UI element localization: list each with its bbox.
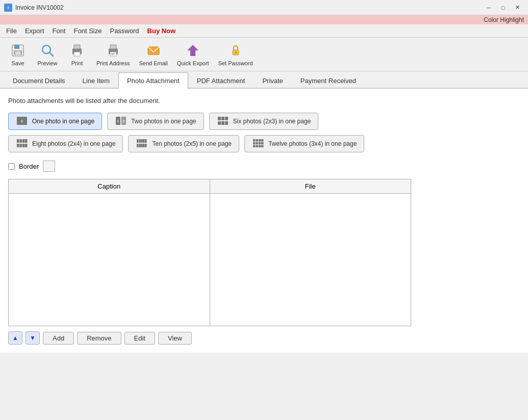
layout-six-photos[interactable]: Six photos (2x3) in one page (209, 113, 319, 130)
svg-rect-61 (261, 145, 264, 148)
window-controls: ─ □ ✕ (482, 3, 524, 13)
layout-icon-3x4 (252, 139, 264, 149)
tab-payment-received[interactable]: Payment Received (292, 72, 365, 89)
svg-rect-57 (261, 142, 264, 145)
print-address-button[interactable]: Print Address (93, 40, 133, 69)
layout-icon-1x2: 1 2 (115, 116, 127, 126)
send-email-label: Send Email (139, 60, 167, 66)
set-password-button[interactable]: Set Password (215, 40, 257, 69)
svg-point-13 (115, 50, 117, 51)
table-cell-caption (9, 194, 210, 326)
send-email-button[interactable]: Send Email (135, 40, 171, 69)
layout-one-photo[interactable]: 1 One photo in one page (8, 113, 102, 130)
layout-icon-2x5 (136, 139, 148, 149)
svg-rect-52 (259, 139, 261, 142)
svg-rect-7 (74, 45, 80, 49)
photo-table: Caption File (8, 179, 411, 326)
svg-rect-36 (17, 144, 19, 147)
svg-rect-38 (22, 144, 25, 147)
svg-rect-32 (17, 139, 19, 143)
svg-rect-8 (74, 52, 80, 56)
set-password-label: Set Password (218, 60, 253, 66)
svg-rect-1 (14, 45, 19, 49)
svg-rect-56 (259, 142, 261, 145)
preview-button[interactable]: Preview (34, 40, 61, 69)
layout-options: 1 One photo in one page 1 2 Two photos i… (8, 113, 520, 152)
edit-button[interactable]: Edit (124, 332, 155, 345)
border-row: Border (8, 161, 520, 172)
layout-twelve-photos-label: Twelve photos (3x4) in one page (268, 140, 357, 147)
menu-password[interactable]: Password (106, 26, 143, 36)
svg-rect-34 (22, 139, 25, 143)
quick-export-button[interactable]: Quick Export (173, 40, 213, 69)
maximize-button[interactable]: □ (496, 3, 510, 13)
svg-rect-26 (218, 117, 221, 120)
send-email-icon (145, 42, 162, 59)
tab-document-details[interactable]: Document Details (4, 72, 74, 89)
layout-twelve-photos[interactable]: Twelve photos (3x4) in one page (244, 135, 364, 152)
print-address-label: Print Address (96, 60, 130, 66)
table-cell-file (210, 194, 411, 326)
menu-export[interactable]: Export (21, 26, 48, 36)
svg-rect-12 (110, 52, 116, 56)
menu-font[interactable]: Font (48, 26, 70, 36)
svg-rect-31 (225, 121, 228, 125)
menu-buynow[interactable]: Buy Now (143, 26, 180, 36)
svg-rect-39 (25, 144, 28, 147)
tabs: Document Details Line Item Photo Attachm… (0, 72, 528, 89)
border-color-swatch[interactable] (43, 161, 55, 172)
menu-fontsize[interactable]: Font Size (70, 26, 106, 36)
svg-rect-35 (25, 139, 28, 143)
print-label: Print (71, 60, 83, 66)
layout-ten-photos[interactable]: Ten photos (2x5) in one page (128, 135, 239, 152)
add-button[interactable]: Add (43, 332, 74, 345)
svg-rect-59 (256, 145, 258, 148)
svg-line-5 (49, 52, 53, 56)
svg-rect-43 (143, 139, 145, 143)
title-bar: I Invoice INV10002 ─ □ ✕ (0, 0, 528, 15)
table-nav: ▲ ▼ Add Remove Edit View (8, 331, 520, 345)
svg-rect-58 (253, 145, 256, 148)
tab-private[interactable]: Private (254, 72, 291, 89)
window-title: Invoice INV10002 (15, 4, 482, 11)
border-label[interactable]: Border (19, 163, 39, 170)
toolbar: Save Preview Print (0, 38, 528, 71)
svg-rect-11 (110, 45, 116, 49)
layout-eight-photos[interactable]: Eight photos (2x4) in one page (8, 135, 123, 152)
svg-rect-48 (143, 144, 145, 147)
app-icon: I (4, 4, 12, 12)
border-checkbox[interactable] (8, 163, 15, 170)
svg-rect-45 (137, 144, 139, 147)
save-button[interactable]: Save (4, 40, 32, 69)
layout-six-photos-label: Six photos (2x3) in one page (233, 118, 311, 125)
svg-rect-28 (225, 117, 228, 120)
tab-pdf-attachment[interactable]: PDF Attachment (188, 72, 254, 89)
svg-rect-37 (20, 144, 22, 147)
print-button[interactable]: Print (63, 40, 91, 69)
remove-button[interactable]: Remove (77, 332, 121, 345)
svg-rect-49 (145, 144, 147, 147)
minimize-button[interactable]: ─ (482, 3, 495, 13)
svg-rect-3 (15, 51, 20, 55)
table-header-caption: Caption (9, 179, 210, 194)
preview-label: Preview (37, 60, 57, 66)
svg-rect-55 (256, 142, 258, 145)
close-button[interactable]: ✕ (511, 3, 524, 13)
save-label: Save (11, 60, 24, 66)
svg-rect-54 (253, 142, 256, 145)
nav-up-button[interactable]: ▲ (8, 331, 22, 345)
svg-rect-46 (139, 144, 141, 147)
layout-two-photos[interactable]: 1 2 Two photos in one page (107, 113, 204, 130)
print-address-icon (105, 42, 121, 59)
svg-rect-40 (137, 139, 139, 143)
layout-icon-2x4 (16, 139, 28, 149)
nav-down-button[interactable]: ▼ (26, 331, 40, 345)
svg-marker-17 (187, 45, 198, 56)
svg-rect-51 (256, 139, 258, 142)
tab-photo-attachment[interactable]: Photo Attachment (118, 72, 188, 89)
menu-file[interactable]: File (2, 26, 21, 36)
tab-line-item[interactable]: Line Item (74, 72, 118, 89)
svg-rect-30 (221, 121, 224, 125)
layout-icon-2x3 (217, 116, 229, 126)
view-button[interactable]: View (158, 332, 192, 345)
